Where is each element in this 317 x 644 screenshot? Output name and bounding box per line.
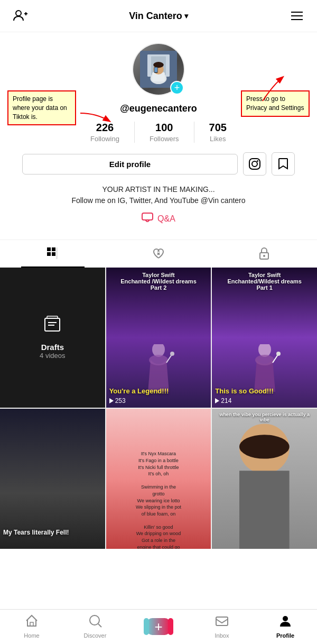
svg-rect-43: [216, 617, 228, 625]
svg-line-42: [98, 624, 101, 627]
drafts-count: 4 videos: [40, 352, 65, 360]
video-cell-6[interactable]: when the vibe you percieve is actually a…: [212, 409, 317, 549]
svg-point-41: [90, 615, 99, 625]
svg-point-34: [255, 355, 274, 365]
svg-point-38: [239, 435, 290, 458]
svg-point-44: [283, 616, 288, 621]
nav-profile-label: Profile: [276, 632, 294, 639]
svg-rect-39: [239, 471, 290, 549]
profile-section: Profile page is where your data on Tikto…: [0, 32, 317, 240]
svg-rect-11: [154, 68, 157, 72]
video-title-2: Taylor SwiftEnchanted /Wildest dreamsPar…: [106, 272, 211, 291]
create-button[interactable]: +: [147, 618, 170, 635]
bookmark-icon-button[interactable]: [272, 152, 295, 176]
nav-inbox[interactable]: Inbox: [206, 614, 238, 639]
svg-rect-26: [47, 316, 58, 318]
nav-discover-label: Discover: [84, 632, 107, 639]
video-caption-3: This is so Good!!!: [215, 387, 314, 395]
home-icon: [25, 614, 39, 631]
bio-section: YOUR ARTIST IN THE MAKING...Follow me on…: [55, 184, 261, 206]
instagram-icon-button[interactable]: [243, 152, 266, 176]
drafts-cell[interactable]: Drafts 4 videos: [0, 268, 105, 408]
likes-label: Likes: [210, 135, 226, 143]
inbox-icon: [215, 614, 229, 631]
video-grid: Drafts 4 videos Taylor SwiftEnchanted /W…: [0, 268, 317, 549]
nav-profile[interactable]: Profile: [269, 614, 301, 639]
profile-icon: [278, 614, 292, 631]
arrow-right-indicator: [257, 75, 286, 106]
qa-icon: [142, 213, 153, 225]
play-icon: [215, 398, 219, 403]
tab-liked[interactable]: [106, 240, 211, 268]
svg-point-14: [257, 160, 258, 162]
header-username[interactable]: Vin Cantero ▾: [129, 11, 188, 22]
svg-rect-20: [56, 247, 58, 259]
svg-point-36: [276, 352, 281, 356]
svg-rect-40: [30, 622, 33, 626]
video-caption-4: My Tears literally Fell!: [3, 529, 102, 536]
nav-create[interactable]: +: [143, 618, 174, 635]
svg-point-24: [263, 255, 265, 257]
svg-point-13: [252, 161, 257, 167]
video-bg-6: when the vibe you percieve is actually a…: [212, 409, 317, 549]
likes-stat[interactable]: 705 Likes: [194, 122, 241, 143]
svg-point-30: [149, 355, 168, 365]
svg-rect-15: [142, 213, 153, 220]
username-handle: @eugenecantero: [120, 103, 197, 114]
discover-icon: [88, 614, 102, 631]
following-label: Following: [90, 135, 119, 143]
bottom-navigation: Home Discover + Inbox: [0, 609, 317, 644]
video-plays-2: 253: [109, 397, 126, 404]
nav-home-label: Home: [24, 632, 39, 639]
edit-profile-button[interactable]: Edit profile: [22, 154, 237, 174]
heart-broken-icon: [152, 246, 165, 263]
svg-point-9: [153, 62, 164, 68]
nav-inbox-label: Inbox: [215, 632, 229, 639]
tab-private[interactable]: [211, 240, 317, 268]
video-bg-4: [0, 409, 105, 549]
play-icon: [109, 398, 114, 403]
svg-rect-18: [47, 252, 51, 256]
svg-rect-17: [52, 247, 55, 251]
video-bg-5: It's Nyx MascaraIt's Fago in a bottleIt'…: [106, 409, 211, 549]
video-cell-2[interactable]: Taylor SwiftEnchanted /Wildest dreamsPar…: [106, 268, 211, 408]
add-user-button[interactable]: [11, 6, 30, 25]
tab-videos[interactable]: [0, 240, 106, 268]
action-buttons-row: Edit profile: [22, 152, 294, 176]
video-cell-4[interactable]: My Tears literally Fell!: [0, 409, 105, 549]
svg-rect-16: [47, 247, 51, 251]
svg-rect-19: [52, 252, 55, 256]
video-caption-2: You're a Legend!!!: [109, 387, 208, 395]
video-cell-3[interactable]: Taylor SwiftEnchanted/Wildest dreamsPart…: [212, 268, 317, 408]
arrow-left-indicator: [80, 111, 112, 128]
qa-button[interactable]: Q&A: [142, 213, 175, 225]
video-plays-3: 214: [215, 397, 231, 404]
followers-label: Followers: [150, 135, 179, 143]
video-cell-5[interactable]: It's Nyx MascaraIt's Fago in a bottleIt'…: [106, 409, 211, 549]
content-tabs: [0, 240, 317, 268]
drafts-label: Drafts: [41, 343, 64, 352]
video-title-3: Taylor SwiftEnchanted/Wildest dreamsPart…: [212, 272, 317, 291]
bio-text: YOUR ARTIST IN THE MAKING...Follow me on…: [71, 184, 245, 206]
qa-label: Q&A: [157, 214, 175, 224]
svg-point-0: [16, 11, 21, 16]
hamburger-menu-button[interactable]: [287, 6, 306, 25]
avatar-add-button[interactable]: +: [170, 81, 184, 95]
likes-count: 705: [209, 122, 227, 134]
nav-home[interactable]: Home: [16, 614, 48, 639]
app-header: Vin Cantero ▾: [0, 0, 317, 32]
lock-icon: [257, 246, 271, 263]
svg-point-32: [170, 352, 174, 356]
avatar-wrapper: +: [132, 43, 185, 96]
followers-stat[interactable]: 100 Followers: [134, 122, 194, 143]
svg-rect-12: [249, 159, 260, 169]
nav-discover[interactable]: Discover: [79, 614, 111, 639]
followers-count: 100: [155, 122, 173, 134]
callout-profile-data: Profile page is where your data on Tikto…: [7, 90, 76, 125]
grid-icon: [46, 246, 60, 263]
drafts-icon: [43, 315, 62, 338]
